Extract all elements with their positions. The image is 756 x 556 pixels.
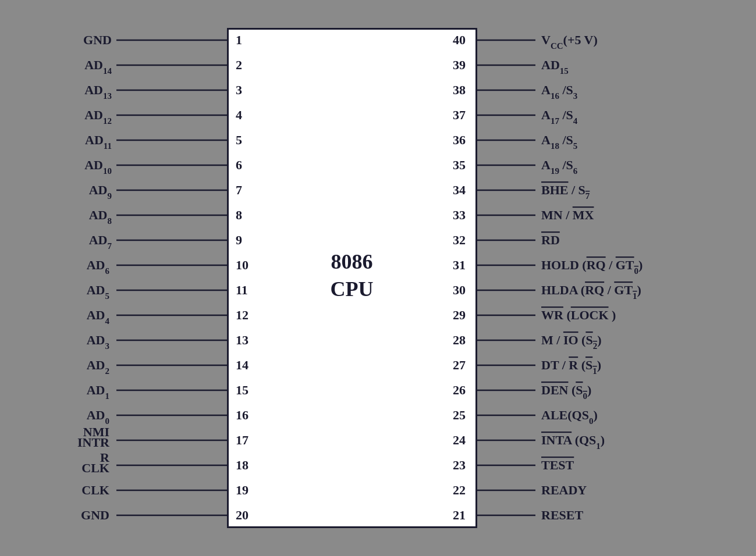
svg-text:DT / R  (S1): DT / R (S1)	[541, 358, 601, 376]
svg-text:GND: GND	[81, 508, 109, 522]
ic-label: 8086 CPU	[331, 248, 374, 303]
svg-text:AD3: AD3	[86, 333, 109, 351]
svg-text:M / IO  (S2): M / IO (S2)	[541, 333, 601, 351]
ic-label-line1: 8086	[331, 250, 373, 273]
svg-text:TEST: TEST	[541, 458, 574, 472]
svg-text:AD8: AD8	[88, 208, 111, 226]
svg-text:GND: GND	[83, 33, 112, 47]
svg-text:NMI: NMI	[83, 425, 109, 439]
svg-text:AD10: AD10	[84, 158, 112, 176]
svg-text:AD9: AD9	[88, 183, 111, 201]
svg-text:AD7: AD7	[88, 233, 112, 251]
svg-text:CLK: CLK	[81, 483, 109, 497]
diagram-container: 8086 CPU text { font-family: 'Times New …	[58, 16, 698, 540]
svg-text:AD6: AD6	[86, 258, 109, 276]
svg-text:INTA   (QS1): INTA (QS1)	[541, 433, 605, 451]
svg-text:AD5: AD5	[86, 283, 109, 301]
svg-text:CLK: CLK	[81, 461, 109, 475]
svg-text:A16 /S3: A16 /S3	[541, 83, 577, 101]
svg-text:RD: RD	[541, 233, 560, 247]
ic-box: 8086 CPU	[227, 28, 477, 528]
svg-text:AD1: AD1	[86, 383, 109, 401]
svg-text:DEN  (S0): DEN (S0)	[541, 383, 591, 401]
svg-text:AD2: AD2	[86, 358, 109, 376]
svg-text:READY: READY	[541, 483, 587, 497]
svg-text:AD13: AD13	[84, 83, 112, 101]
svg-text:R: R	[100, 450, 110, 465]
ic-label-line2: CPU	[331, 277, 374, 300]
svg-text:INTR: INTR	[77, 435, 109, 450]
svg-text:AD14: AD14	[84, 58, 112, 76]
svg-text:A19 /S6: A19 /S6	[541, 158, 578, 176]
svg-text:WR  (LOCK  ): WR (LOCK )	[541, 308, 616, 322]
svg-text:AD4: AD4	[86, 308, 109, 326]
svg-text:AD0: AD0	[86, 408, 109, 426]
svg-text:BHE / S7: BHE / S7	[541, 183, 590, 201]
svg-text:HLDA  (RQ / GT1): HLDA (RQ / GT1)	[541, 283, 641, 301]
svg-text:ALE(QS0): ALE(QS0)	[541, 408, 598, 426]
svg-text:A17 /S4: A17 /S4	[541, 108, 578, 126]
svg-text:MN / MX: MN / MX	[541, 208, 594, 222]
svg-text:AD15: AD15	[541, 58, 569, 76]
svg-text:RESET: RESET	[541, 508, 583, 522]
svg-text:AD12: AD12	[84, 108, 112, 126]
svg-text:VCC(+5 V): VCC(+5 V)	[541, 33, 598, 51]
svg-text:A18 /S5: A18 /S5	[541, 133, 577, 151]
svg-text:AD11: AD11	[85, 133, 112, 151]
svg-text:HOLD  (RQ / GT0): HOLD (RQ / GT0)	[541, 258, 643, 276]
